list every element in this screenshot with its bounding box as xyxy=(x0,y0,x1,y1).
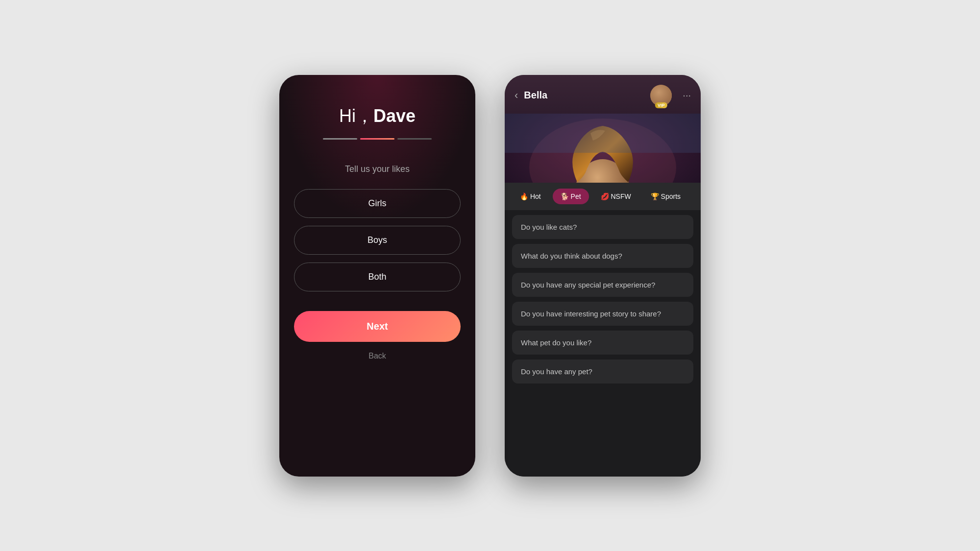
tab-nsfw[interactable]: 💋 NSFW xyxy=(593,189,639,204)
hero-person-svg xyxy=(505,114,701,183)
app-container: Hi，Dave Tell us your likes Girls Boys Bo… xyxy=(0,0,980,551)
option-boys[interactable]: Boys xyxy=(294,226,461,255)
greeting-title: Hi，Dave xyxy=(339,104,416,128)
tab-hot[interactable]: 🔥 Hot xyxy=(512,189,549,204)
progress-step-3 xyxy=(397,138,432,140)
progress-step-2 xyxy=(360,138,394,140)
question-item[interactable]: Do you have any special pet experience? xyxy=(512,273,693,297)
chat-header: ‹ Bella VIP ··· xyxy=(505,75,701,114)
questions-list: Do you like cats? What do you think abou… xyxy=(505,210,701,477)
svg-rect-13 xyxy=(505,114,701,153)
question-item[interactable]: Do you like cats? xyxy=(512,215,693,239)
chat-panel: ‹ Bella VIP ··· xyxy=(505,75,701,477)
question-item[interactable]: Do you have any pet? xyxy=(512,359,693,383)
tab-pet[interactable]: 🐕 Pet xyxy=(553,189,589,204)
category-tabs: 🔥 Hot 🐕 Pet 💋 NSFW 🏆 Sports xyxy=(505,183,701,210)
option-both[interactable]: Both xyxy=(294,263,461,291)
question-item[interactable]: Do you have interesting pet story to sha… xyxy=(512,302,693,326)
question-subtitle: Tell us your likes xyxy=(345,164,410,174)
question-item[interactable]: What do you think about dogs? xyxy=(512,244,693,268)
more-icon[interactable]: ··· xyxy=(683,90,691,101)
tab-sports[interactable]: 🏆 Sports xyxy=(643,189,688,204)
next-button[interactable]: Next xyxy=(294,311,461,342)
hero-image: ‹ Bella VIP ··· xyxy=(505,75,701,183)
question-item[interactable]: What pet do you like? xyxy=(512,331,693,355)
back-link[interactable]: Back xyxy=(368,352,386,360)
avatar-container: VIP xyxy=(650,85,672,106)
progress-bar xyxy=(323,138,432,140)
vip-badge: VIP xyxy=(655,102,667,108)
contact-name: Bella xyxy=(524,90,650,101)
onboarding-panel: Hi，Dave Tell us your likes Girls Boys Bo… xyxy=(279,75,475,477)
option-girls[interactable]: Girls xyxy=(294,189,461,218)
back-icon[interactable]: ‹ xyxy=(514,89,518,102)
progress-step-1 xyxy=(323,138,357,140)
gender-options: Girls Boys Both xyxy=(294,189,461,291)
